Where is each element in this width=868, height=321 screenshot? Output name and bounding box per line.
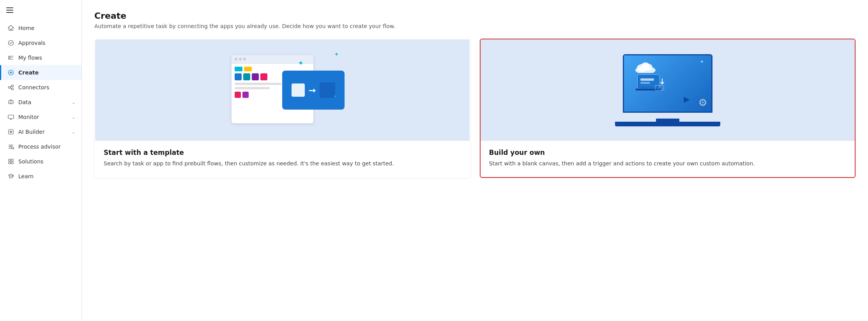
cards-row: → ✦ ✦ ✦ Start with a template Search by … xyxy=(94,39,856,178)
cloud-icon xyxy=(634,59,657,73)
sidebar-label-solutions: Solutions xyxy=(18,158,43,165)
svg-point-7 xyxy=(12,88,14,90)
sidebar-label-learn: Learn xyxy=(18,173,34,179)
svg-rect-16 xyxy=(11,162,13,164)
build-own-card-image: ⚙ ▶ ✦ xyxy=(481,39,855,141)
build-own-card[interactable]: ⚙ ▶ ✦ Build your own Start wit xyxy=(480,39,856,178)
build-illustration: ⚙ ▶ ✦ xyxy=(605,47,730,133)
build-own-card-desc: Start with a blank canvas, then add a tr… xyxy=(489,160,847,168)
sidebar-item-process-advisor[interactable]: Process advisor xyxy=(0,139,81,154)
hamburger-button[interactable] xyxy=(0,3,81,21)
sidebar-item-my-flows[interactable]: My flows xyxy=(0,50,81,65)
svg-point-6 xyxy=(12,85,14,87)
sidebar-item-home[interactable]: Home xyxy=(0,21,81,35)
svg-rect-13 xyxy=(9,159,11,161)
data-chevron-icon: ⌄ xyxy=(72,100,75,105)
home-icon xyxy=(7,25,14,32)
main-content: Create Automate a repetitive task by con… xyxy=(82,0,868,321)
learn-icon xyxy=(7,173,14,180)
sidebar-item-learn[interactable]: Learn xyxy=(0,169,81,184)
sparkle-2: ✦ xyxy=(334,51,339,57)
ai-builder-chevron-icon: ⌄ xyxy=(72,130,75,134)
svg-point-20 xyxy=(642,62,649,69)
create-icon xyxy=(7,69,14,76)
sidebar-label-create: Create xyxy=(18,69,39,76)
sidebar-item-connectors[interactable]: Connectors xyxy=(0,80,81,95)
sidebar-item-approvals[interactable]: Approvals xyxy=(0,35,81,50)
build-own-card-body: Build your own Start with a blank canvas… xyxy=(481,141,855,177)
svg-point-3 xyxy=(9,41,14,46)
svg-rect-24 xyxy=(640,82,650,84)
sidebar-item-monitor[interactable]: Monitor ⌄ xyxy=(0,110,81,124)
svg-point-5 xyxy=(9,87,11,89)
sidebar: Home Approvals My flows Create xyxy=(0,0,82,321)
template-card-body: Start with a template Search by task or … xyxy=(95,141,470,177)
inner-laptop-icon xyxy=(636,73,667,94)
sparkle-3: ✦ xyxy=(333,94,337,99)
ai-builder-icon xyxy=(7,128,14,135)
svg-rect-9 xyxy=(8,115,14,119)
sidebar-label-approvals: Approvals xyxy=(18,40,45,46)
approvals-icon xyxy=(7,39,14,46)
flows-icon xyxy=(7,54,14,61)
monitor-icon xyxy=(7,114,14,121)
sidebar-item-solutions[interactable]: Solutions xyxy=(0,154,81,169)
svg-rect-2 xyxy=(6,12,13,13)
sidebar-label-connectors: Connectors xyxy=(18,84,49,90)
svg-rect-23 xyxy=(640,78,654,81)
template-card-title: Start with a template xyxy=(104,149,461,156)
sidebar-label-ai-builder: AI Builder xyxy=(18,129,45,135)
sidebar-label-my-flows: My flows xyxy=(18,55,42,61)
template-card[interactable]: → ✦ ✦ ✦ Start with a template Search by … xyxy=(94,39,470,178)
svg-rect-14 xyxy=(11,159,13,161)
svg-rect-1 xyxy=(6,10,13,11)
monitor-chevron-icon: ⌄ xyxy=(72,115,75,119)
template-card-desc: Search by task or app to find prebuilt f… xyxy=(104,160,461,168)
laptop: ⚙ ▶ ✦ xyxy=(615,54,720,126)
process-advisor-icon xyxy=(7,143,14,150)
data-icon xyxy=(7,99,14,106)
sidebar-item-ai-builder[interactable]: AI Builder ⌄ xyxy=(0,124,81,139)
sidebar-item-create[interactable]: Create xyxy=(0,65,81,80)
template-illustration: → ✦ ✦ ✦ xyxy=(220,47,345,133)
page-title: Create xyxy=(94,11,856,21)
svg-rect-0 xyxy=(6,7,13,8)
build-own-card-title: Build your own xyxy=(489,149,847,156)
template-arrow-panel: → xyxy=(282,71,345,110)
sidebar-item-data[interactable]: Data ⌄ xyxy=(0,95,81,110)
sparkle-1: ✦ xyxy=(298,59,304,67)
sidebar-label-monitor: Monitor xyxy=(18,114,39,120)
solutions-icon xyxy=(7,158,14,165)
page-subtitle: Automate a repetitive task by connecting… xyxy=(94,23,856,29)
svg-rect-15 xyxy=(9,162,11,164)
connectors-icon xyxy=(7,84,14,91)
sidebar-label-process-advisor: Process advisor xyxy=(18,144,61,150)
sidebar-label-data: Data xyxy=(18,99,31,105)
template-card-image: → ✦ ✦ ✦ xyxy=(95,39,470,141)
sidebar-label-home: Home xyxy=(18,25,34,31)
